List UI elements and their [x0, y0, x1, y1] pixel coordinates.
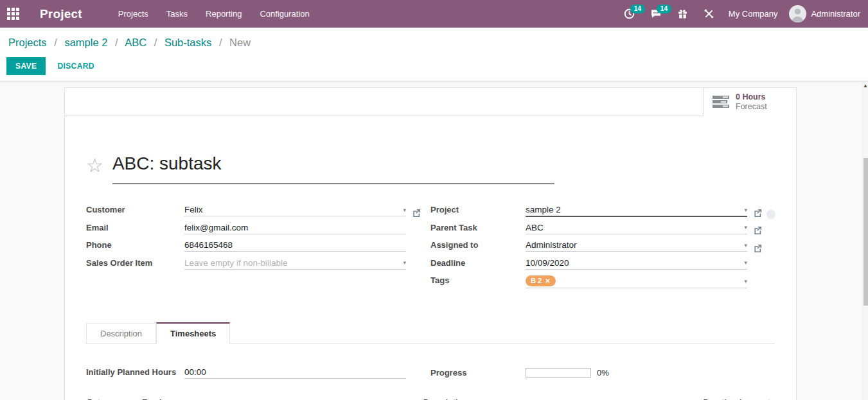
breadcrumb-abc[interactable]: ABC — [125, 37, 146, 48]
form-sheet: ☆ ABC: subtask Customer Felix ▾ — [65, 153, 796, 400]
task-form-card: 0 Hours Forecast ☆ ABC: subtask Customer — [64, 87, 797, 400]
apps-menu-icon[interactable] — [7, 8, 19, 20]
page-scrollbar[interactable]: ▲ — [862, 82, 868, 400]
user-name: Administrator — [811, 9, 860, 19]
breadcrumb-subtasks[interactable]: Sub-tasks — [164, 37, 211, 48]
field-assigned-to: Assigned to Administrator ▾ — [430, 240, 775, 258]
breadcrumb-sample2[interactable]: sample 2 — [64, 37, 107, 48]
dropdown-caret-icon[interactable]: ▾ — [741, 242, 747, 248]
timesheet-table: Date Employee Description Duration (... … — [86, 394, 775, 400]
updates-button[interactable] — [669, 4, 696, 23]
assigned-to-value: Administrator — [526, 240, 741, 250]
breadcrumb-separator: / — [219, 37, 222, 48]
top-navbar: Project Projects Tasks Reporting Configu… — [0, 0, 868, 28]
user-menu[interactable]: Administrator — [789, 5, 863, 22]
dropdown-caret-icon[interactable]: ▾ — [741, 207, 747, 213]
assigned-to-input[interactable]: Administrator ▾ — [526, 240, 747, 252]
field-groups: Customer Felix ▾ Email felix@gmail.com — [86, 205, 775, 293]
main-menus: Projects Tasks Reporting Configuration — [118, 9, 310, 19]
customer-label: Customer — [86, 205, 184, 214]
save-button[interactable]: SAVE — [6, 57, 46, 75]
dropdown-caret-icon[interactable]: ▾ — [400, 207, 406, 213]
activities-button[interactable]: 14 — [616, 4, 642, 23]
breadcrumb-separator: / — [54, 37, 57, 48]
tag-remove-icon[interactable]: ✕ — [545, 277, 550, 285]
field-tags: Tags B 2✕ ▾ — [430, 275, 775, 293]
menu-configuration[interactable]: Configuration — [260, 9, 309, 19]
dropdown-caret-icon[interactable]: ▾ — [741, 278, 747, 284]
scroll-up-arrow-icon[interactable]: ▲ — [863, 82, 868, 90]
field-project: Project sample 2 ▾ — [430, 205, 775, 223]
tags-input[interactable]: B 2✕ ▾ — [526, 275, 747, 288]
project-input[interactable]: sample 2 ▾ — [526, 205, 747, 217]
content-area: 0 Hours Forecast ☆ ABC: subtask Customer — [0, 82, 863, 400]
sales-order-item-placeholder: Leave empty if non-billable — [184, 258, 400, 268]
parent-task-value: ABC — [526, 223, 741, 232]
tools-icon — [704, 8, 714, 19]
assigned-to-external-link-icon[interactable] — [754, 243, 762, 255]
forecast-smart-button[interactable]: 0 Hours Forecast — [703, 88, 796, 116]
deadline-input[interactable]: 10/09/2020 ▾ — [526, 258, 747, 270]
control-panel: Projects / sample 2 / ABC / Sub-tasks / … — [0, 28, 868, 82]
planned-hours-row: Initially Planned Hours 00:00 Progress 0… — [86, 367, 775, 379]
sales-order-item-label: Sales Order Item — [86, 258, 184, 268]
forecast-label: Forecast — [736, 102, 767, 112]
breadcrumb-separator: / — [115, 37, 118, 48]
task-title-input[interactable]: ABC: subtask — [112, 153, 554, 184]
sales-order-item-input[interactable]: Leave empty if non-billable ▾ — [184, 258, 406, 270]
column-date[interactable]: Date — [87, 398, 142, 400]
tab-timesheets[interactable]: Timesheets — [156, 322, 230, 344]
avatar — [789, 5, 806, 22]
form-action-buttons: SAVE DISCARD — [6, 57, 868, 75]
project-label: Project — [430, 205, 526, 214]
tags-label: Tags — [430, 275, 526, 285]
app-title[interactable]: Project — [40, 7, 82, 21]
support-button[interactable] — [696, 4, 722, 23]
email-label: Email — [86, 223, 184, 232]
breadcrumb-current: New — [229, 37, 251, 48]
progress-label: Progress — [430, 368, 526, 378]
phone-input[interactable]: 6846165468 — [184, 240, 406, 252]
forecast-hours-value: 0 Hours — [736, 92, 767, 102]
customer-input[interactable]: Felix ▾ — [184, 205, 406, 216]
scrollbar-thumb[interactable] — [864, 158, 868, 306]
parent-task-external-link-icon[interactable] — [754, 225, 762, 237]
breadcrumb-projects[interactable]: Projects — [8, 37, 47, 48]
column-duration[interactable]: Duration (... — [696, 398, 748, 400]
messages-button[interactable]: 14 — [642, 4, 669, 23]
menu-projects[interactable]: Projects — [118, 9, 148, 19]
field-sales-order-item: Sales Order Item Leave empty if non-bill… — [86, 258, 430, 276]
priority-star-icon[interactable]: ☆ — [86, 156, 103, 175]
menu-tasks[interactable]: Tasks — [166, 9, 188, 19]
field-deadline: Deadline 10/09/2020 ▾ — [430, 258, 775, 276]
form-statusbar: 0 Hours Forecast — [65, 88, 796, 116]
project-external-link-icon[interactable] — [754, 208, 762, 220]
tag-pill[interactable]: B 2✕ — [526, 275, 556, 286]
parent-task-label: Parent Task — [430, 223, 526, 232]
column-employee[interactable]: Employee — [142, 398, 423, 400]
menu-reporting[interactable]: Reporting — [206, 9, 242, 19]
tab-description[interactable]: Description — [86, 323, 156, 344]
parent-task-input[interactable]: ABC ▾ — [526, 223, 747, 234]
column-description[interactable]: Description — [423, 398, 696, 400]
dropdown-caret-icon[interactable]: ▾ — [741, 224, 747, 230]
optional-columns-icon[interactable]: ⋮ — [748, 398, 775, 400]
project-value: sample 2 — [526, 205, 741, 214]
dropdown-caret-icon[interactable]: ▾ — [741, 259, 747, 266]
tag-text: B 2 — [531, 277, 542, 285]
planned-hours-input[interactable]: 00:00 — [184, 367, 406, 379]
dropdown-caret-icon[interactable]: ▾ — [400, 259, 406, 266]
navbar-right: 14 14 My Company Administrator — [616, 4, 868, 23]
customer-external-link-icon[interactable] — [412, 208, 421, 220]
email-input[interactable]: felix@gmail.com — [184, 223, 406, 234]
gift-icon — [677, 8, 688, 19]
discard-button[interactable]: DISCARD — [57, 62, 94, 71]
field-phone: Phone 6846165468 — [86, 240, 430, 258]
customer-value: Felix — [184, 205, 400, 214]
company-switcher[interactable]: My Company — [729, 9, 778, 19]
phone-value: 6846165468 — [184, 240, 406, 250]
kanban-state-dot[interactable] — [766, 210, 775, 219]
breadcrumb: Projects / sample 2 / ABC / Sub-tasks / … — [0, 28, 868, 49]
email-value: felix@gmail.com — [184, 223, 406, 232]
progress-bar — [526, 368, 591, 378]
